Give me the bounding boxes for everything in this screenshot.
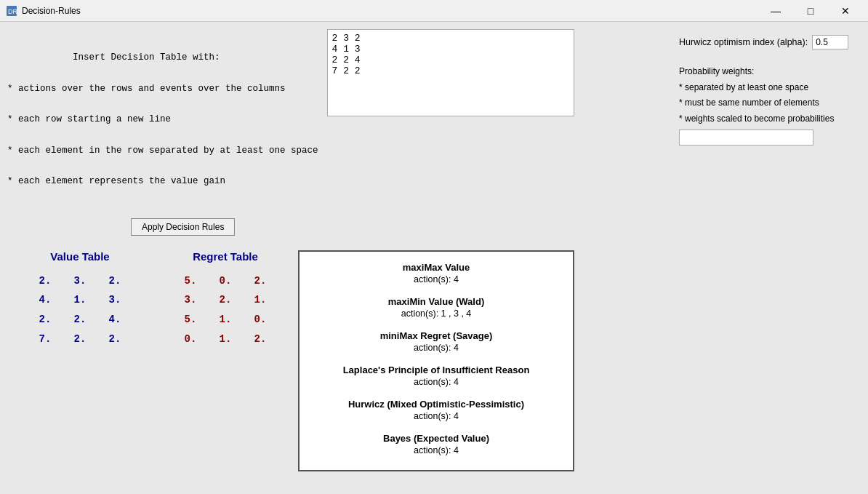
hurwicz-input[interactable] — [812, 35, 848, 49]
table-row: 4. 1. 3. — [22, 290, 138, 310]
prob-label: Probability weights: — [679, 64, 861, 80]
hurwicz-label: Hurwicz optimism index (alpha): — [679, 37, 808, 47]
regret-table-title: Regret Table — [167, 250, 284, 263]
window-title: Decision-Rules — [22, 6, 759, 16]
regret-table-section: Regret Table 5. 0. 2. 3. 2. 1. — [167, 250, 284, 471]
cell: 2. — [252, 271, 269, 291]
cell: 5. — [182, 310, 199, 330]
table-row: 5. 1. 0. — [167, 310, 284, 330]
tables-panel: Value Table 2. 3. 2. 4. 1. 3. — [7, 250, 284, 471]
cell: 3. — [71, 271, 89, 291]
window-controls: — □ ✕ — [759, 0, 862, 22]
table-row: 2. 3. 2. — [22, 271, 138, 291]
cell: 4. — [36, 290, 54, 310]
input-area: Insert Decision Table with: * actions ov… — [7, 29, 574, 236]
apply-decision-rules-button[interactable]: Apply Decision Rules — [131, 218, 235, 236]
cell: 2. — [71, 330, 89, 349]
left-panel: Insert Decision Table with: * actions ov… — [7, 29, 861, 487]
cell: 0. — [217, 271, 234, 291]
prob-hint2: * must be same number of elements — [679, 95, 861, 111]
table-row: 7. 2. 2. — [22, 330, 138, 349]
minimax-section: miniMax Regret (Savage) action(s): 4 — [314, 330, 558, 353]
close-button[interactable]: ✕ — [829, 0, 862, 22]
cell: 5. — [182, 271, 199, 291]
cell: 3. — [106, 290, 124, 310]
maximin-title: maxiMin Value (Wald) — [314, 296, 558, 307]
spacer — [582, 29, 664, 236]
cell: 0. — [252, 310, 269, 330]
maximax-value: action(s): 4 — [314, 274, 558, 284]
title-bar: DR Decision-Rules — □ ✕ — [0, 0, 868, 22]
cell: 4. — [106, 310, 124, 330]
minimax-value: action(s): 4 — [314, 343, 558, 353]
cell: 2. — [36, 310, 54, 330]
table-row: 0. 1. 2. — [167, 330, 284, 349]
maximize-button[interactable]: □ — [794, 0, 827, 22]
cell: 2. — [106, 330, 124, 349]
results-panel: maxiMax Value action(s): 4 maxiMin Value… — [298, 250, 574, 471]
table-row: 3. 2. 1. — [167, 290, 284, 310]
cell: 1. — [71, 290, 89, 310]
minimax-title: miniMax Regret (Savage) — [314, 330, 558, 341]
probability-section: Probability weights: * separated by at l… — [679, 64, 861, 146]
regret-table-grid: 5. 0. 2. 3. 2. 1. 5. 1. 0. — [167, 271, 284, 348]
laplace-title: Laplace's Principle of Insufficient Reas… — [314, 364, 558, 375]
cell: 2. — [36, 271, 54, 291]
value-table-section: Value Table 2. 3. 2. 4. 1. 3. — [22, 250, 138, 471]
right-settings: Hurwicz optimism index (alpha): Probabil… — [672, 29, 861, 236]
hurwicz-result-section: Hurwicz (Mixed Optimistic-Pessimistic) a… — [314, 399, 558, 421]
app-icon: DR — [6, 5, 17, 17]
top-section: Insert Decision Table with: * actions ov… — [7, 29, 861, 236]
laplace-section: Laplace's Principle of Insufficient Reas… — [314, 364, 558, 387]
maximin-value: action(s): 1 , 3 , 4 — [314, 308, 558, 319]
decision-table-input[interactable]: 2 3 2 4 1 3 2 2 4 7 2 2 — [327, 29, 574, 116]
main-content: Insert Decision Table with: * actions ov… — [0, 22, 868, 494]
value-table-title: Value Table — [22, 250, 138, 263]
value-table-grid: 2. 3. 2. 4. 1. 3. 2. 2. 4. — [22, 271, 138, 348]
hurwicz-row: Hurwicz optimism index (alpha): — [679, 35, 861, 49]
minimize-button[interactable]: — — [759, 0, 792, 22]
cell: 7. — [36, 330, 54, 349]
cell: 2. — [106, 271, 124, 291]
maximax-title: maxiMax Value — [314, 262, 558, 273]
svg-text:DR: DR — [8, 8, 17, 15]
table-row: 2. 2. 4. — [22, 310, 138, 330]
cell: 2. — [217, 290, 234, 310]
maximax-section: maxiMax Value action(s): 4 — [314, 262, 558, 284]
prob-hint1: * separated by at least one space — [679, 80, 861, 96]
bottom-section: Value Table 2. 3. 2. 4. 1. 3. — [7, 243, 861, 471]
maximin-section: maxiMin Value (Wald) action(s): 1 , 3 , … — [314, 296, 558, 319]
cell: 3. — [182, 290, 199, 310]
apply-button-row: Apply Decision Rules — [7, 218, 574, 236]
prob-hint3: * weights scaled to become probabilities — [679, 111, 861, 127]
bayes-title: Bayes (Expected Value) — [314, 433, 558, 444]
probability-input[interactable] — [679, 130, 813, 146]
instructions-and-textarea: Insert Decision Table with: * actions ov… — [7, 29, 574, 211]
hurwicz-result-title: Hurwicz (Mixed Optimistic-Pessimistic) — [314, 399, 558, 410]
cell: 2. — [252, 330, 269, 349]
table-row: 5. 0. 2. — [167, 271, 284, 291]
cell: 2. — [71, 310, 89, 330]
hurwicz-result-value: action(s): 4 — [314, 411, 558, 421]
laplace-value: action(s): 4 — [314, 377, 558, 387]
cell: 1. — [217, 330, 234, 349]
cell: 0. — [182, 330, 199, 349]
cell: 1. — [217, 310, 234, 330]
bayes-section: Bayes (Expected Value) action(s): 4 — [314, 433, 558, 455]
cell: 1. — [252, 290, 269, 310]
instructions-text: Insert Decision Table with: * actions ov… — [7, 29, 318, 211]
bayes-value: action(s): 4 — [314, 445, 558, 455]
